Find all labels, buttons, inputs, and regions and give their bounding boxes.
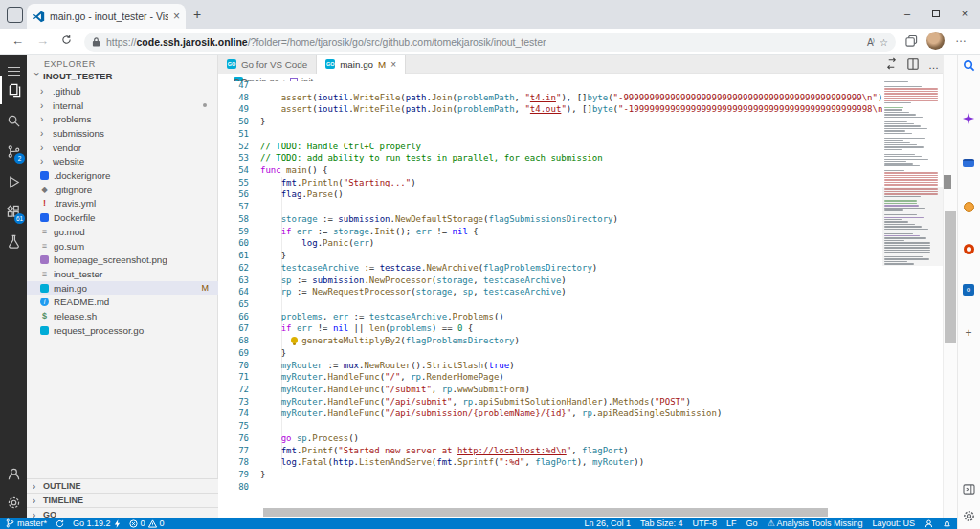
code-editor[interactable]: 4748 assert(ioutil.WriteFile(path.Join(p…: [218, 81, 882, 508]
tree-folder-vendor[interactable]: ›vendor: [27, 141, 218, 155]
code-line-59[interactable]: 59 if err := storage.Init(); err != nil …: [218, 226, 882, 238]
code-line-52[interactable]: 52// TODO: Handle Ctrl+C properly: [218, 141, 882, 153]
editor-tab-main.go[interactable]: GOmain.goM×: [317, 55, 406, 74]
explorer-icon[interactable]: [0, 76, 27, 104]
go-version-item[interactable]: Go 1.19.2: [73, 518, 121, 528]
tab-close-icon[interactable]: ×: [390, 59, 396, 70]
profile-avatar[interactable]: [926, 32, 945, 50]
notifications-bell-icon[interactable]: [943, 519, 951, 528]
tree-file-request_processor.go[interactable]: request_processor.go: [27, 323, 218, 338]
tree-file-.travis.yml[interactable]: !.travis.yml: [27, 197, 218, 211]
testing-icon[interactable]: [0, 227, 27, 255]
tree-file-go.mod[interactable]: ≡go.mod: [27, 225, 218, 239]
sidebar-collapse-icon[interactable]: [961, 481, 976, 496]
status-go[interactable]: Go: [746, 518, 758, 528]
code-line-71[interactable]: 71 myRouter.HandleFunc("/", rp.RenderHom…: [218, 371, 882, 384]
code-line-76[interactable]: 76 go sp.Process(): [218, 432, 882, 445]
sidebar-search-icon[interactable]: [961, 57, 976, 73]
sync-item[interactable]: [56, 519, 64, 528]
status-ln-26-col-1[interactable]: Ln 26, Col 1: [584, 518, 631, 528]
tree-file-.gitignore[interactable]: ◆.gitignore: [27, 183, 218, 197]
code-line-53[interactable]: 53// TODO: add ability to run tests in p…: [218, 152, 882, 165]
code-line-72[interactable]: 72 myRouter.HandleFunc("/submit", rp.www…: [218, 384, 882, 396]
code-line-47[interactable]: 47: [218, 81, 882, 92]
window-close-button[interactable]: ×: [951, 4, 978, 23]
horizontal-scrollbar-thumb[interactable]: [263, 508, 828, 517]
tree-file-main.go[interactable]: main.goM: [27, 281, 218, 296]
code-line-65[interactable]: 65: [218, 298, 882, 311]
code-line-74[interactable]: 74 myRouter.HandleFunc("/api/submission/…: [218, 408, 882, 420]
browser-tab[interactable]: main.go - inout_tester - Visual S... ×: [27, 4, 186, 29]
address-bar[interactable]: https://code.ssh.jarosik.online/?folder=…: [84, 33, 896, 52]
open-changes-icon[interactable]: [885, 56, 898, 74]
section-outline[interactable]: ›OUTLINE: [27, 478, 218, 493]
code-line-60[interactable]: 60 log.Panic(err): [218, 237, 882, 250]
sidebar-shopping-icon[interactable]: [961, 155, 976, 170]
code-line-75[interactable]: 75: [218, 420, 882, 432]
tree-file-homepage_screenshot.png[interactable]: homepage_screenshot.png: [27, 253, 218, 267]
status-analysis-tools-missing[interactable]: ⚠ Analysis Tools Missing: [768, 518, 863, 528]
tree-file-inout_tester[interactable]: ≡inout_tester: [27, 267, 218, 281]
tree-file-Dockerfile[interactable]: Dockerfile: [27, 210, 218, 225]
code-line-79[interactable]: 79}: [218, 469, 882, 481]
window-maximize-button[interactable]: [923, 4, 949, 23]
tree-folder-internal[interactable]: ›internal: [27, 99, 218, 113]
new-tab-button[interactable]: +: [193, 7, 201, 22]
tab-close-icon[interactable]: ×: [173, 10, 180, 23]
minimap-slider[interactable]: [882, 187, 943, 266]
favorites-star-icon[interactable]: ☆: [880, 37, 888, 48]
sidebar-copilot-icon[interactable]: [961, 111, 976, 126]
code-line-54[interactable]: 54func main() {: [218, 165, 882, 177]
code-line-50[interactable]: 50}: [218, 116, 882, 128]
status-lf[interactable]: LF: [726, 518, 737, 528]
code-line-48[interactable]: 48 assert(ioutil.WriteFile(path.Join(pro…: [218, 92, 882, 104]
collections-icon[interactable]: [905, 34, 918, 52]
code-line-51[interactable]: 51: [218, 128, 882, 141]
section-timeline[interactable]: ›TIMELINE: [27, 493, 218, 507]
code-line-55[interactable]: 55 fmt.Println("Starting..."): [218, 177, 882, 189]
status-utf-8[interactable]: UTF-8: [692, 518, 717, 528]
editor-tab-go-for-vs-code[interactable]: GOGo for VS Code: [218, 55, 317, 74]
sidebar-add-icon[interactable]: +: [961, 325, 976, 341]
editor-scrollbar-thumb[interactable]: [944, 175, 951, 189]
tree-file-.dockerignore[interactable]: .dockerignore: [27, 168, 218, 183]
code-line-73[interactable]: 73 myRouter.HandleFunc("/api/submit", rp…: [218, 396, 882, 408]
code-line-56[interactable]: 56 flag.Parse(): [218, 188, 882, 201]
code-line-62[interactable]: 62 testcaseArchive := testcase.NewArchiv…: [218, 262, 882, 275]
code-line-66[interactable]: 66 problems, err := testcaseArchive.Prob…: [218, 311, 882, 323]
feedback-icon[interactable]: [924, 519, 933, 528]
sidebar-outlook-icon[interactable]: o: [961, 282, 976, 298]
extensions-icon[interactable]: 61: [0, 197, 27, 226]
split-editor-icon[interactable]: [907, 56, 919, 74]
tree-file-release.sh[interactable]: $release.sh: [27, 309, 218, 323]
explorer-root-folder[interactable]: › INOUT_TESTER: [27, 69, 218, 83]
browser-settings-menu[interactable]: …: [955, 32, 967, 45]
sidebar-office-icon[interactable]: [961, 241, 976, 256]
accounts-icon[interactable]: [0, 459, 27, 488]
code-line-64[interactable]: 64 rp := NewRequestProcessor(storage, sp…: [218, 286, 882, 298]
code-line-57[interactable]: 57: [218, 201, 882, 213]
forward-button[interactable]: →: [36, 33, 49, 48]
search-icon[interactable]: [0, 106, 27, 135]
code-line-69[interactable]: 69 }: [218, 347, 882, 360]
settings-gear-icon[interactable]: [0, 488, 27, 517]
status-tab-size-4[interactable]: Tab Size: 4: [640, 518, 683, 528]
tree-file-go.sum[interactable]: ≡go.sum: [27, 239, 218, 253]
read-aloud-icon[interactable]: A⁾: [867, 37, 874, 48]
git-branch-item[interactable]: master*: [6, 518, 47, 528]
tree-folder-.github[interactable]: ›.github: [27, 84, 218, 99]
code-line-49[interactable]: 49 assert(ioutil.WriteFile(path.Join(pro…: [218, 103, 882, 116]
code-line-58[interactable]: 58 storage := submission.NewDefaultStora…: [218, 213, 882, 226]
code-line-61[interactable]: 61 }: [218, 250, 882, 262]
page-scrollbar-thumb[interactable]: [945, 211, 956, 343]
code-line-63[interactable]: 63 sp := submission.NewProcessor(storage…: [218, 275, 882, 287]
tree-file-README.md[interactable]: iREADME.md: [27, 296, 218, 310]
code-line-80[interactable]: 80: [218, 481, 882, 494]
tab-actions-menu-icon[interactable]: [7, 7, 23, 23]
sidebar-settings-gear-icon[interactable]: [961, 508, 976, 523]
back-button[interactable]: ←: [11, 33, 24, 48]
code-line-77[interactable]: 77 fmt.Printf("Started new server at htt…: [218, 445, 882, 457]
tree-folder-website[interactable]: ›website: [27, 155, 218, 169]
problems-item[interactable]: 0 0: [129, 518, 165, 528]
editor-more-icon[interactable]: …: [928, 59, 939, 71]
